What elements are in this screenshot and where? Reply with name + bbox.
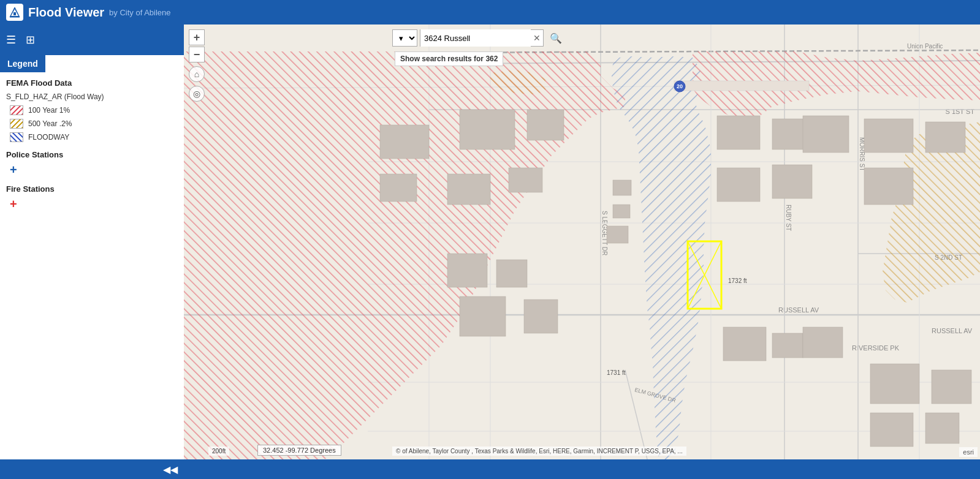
svg-rect-61 <box>932 370 971 404</box>
svg-rect-51 <box>803 116 849 153</box>
fire-section-title: Fire Stations <box>0 178 184 196</box>
svg-rect-49 <box>717 116 760 149</box>
search-dropdown[interactable]: ▾ <box>392 29 417 47</box>
fire-icon: + <box>0 196 184 213</box>
zoom-out-button[interactable]: − <box>189 47 205 62</box>
app-subtitle: by City of Abilene <box>109 8 170 17</box>
svg-rect-42 <box>527 110 564 140</box>
police-icon: + <box>0 162 184 178</box>
legend-item-500year: 500 Year .2% <box>0 117 184 130</box>
svg-text:20: 20 <box>677 83 683 89</box>
svg-rect-67 <box>674 81 809 91</box>
fema-section-title: FEMA Flood Data <box>0 72 184 90</box>
svg-text:1731 ft: 1731 ft <box>607 369 626 376</box>
svg-rect-64 <box>613 180 631 195</box>
svg-rect-57 <box>723 327 766 361</box>
menu-icon[interactable]: ☰ <box>6 33 16 47</box>
svg-rect-2 <box>13 12 16 15</box>
svg-rect-45 <box>447 254 487 287</box>
legend-item-100year: 100 Year 1% <box>0 104 184 117</box>
svg-rect-63 <box>925 413 959 443</box>
svg-rect-53 <box>925 122 965 153</box>
search-bar: ▾ ✕ 🔍 Show search results for 362 <box>392 29 566 47</box>
svg-rect-46 <box>496 260 527 287</box>
svg-rect-54 <box>864 168 913 205</box>
esri-logo: esri <box>959 447 978 457</box>
swatch-floodway <box>10 132 23 142</box>
app-logo <box>6 4 23 21</box>
svg-rect-44 <box>509 168 542 192</box>
svg-rect-55 <box>717 168 760 202</box>
legend-header: Legend <box>0 55 45 72</box>
search-results-hint[interactable]: Show search results for 362 <box>395 51 503 66</box>
zoom-controls: + − ⌂ ◎ <box>189 29 205 102</box>
svg-rect-58 <box>772 333 803 358</box>
svg-rect-60 <box>870 364 919 404</box>
app-title: Flood Viewer <box>28 6 104 20</box>
svg-rect-65 <box>613 205 630 218</box>
search-clear-button[interactable]: ✕ <box>531 33 543 43</box>
collapse-panel-button[interactable]: ◀◀ <box>0 459 184 479</box>
svg-rect-48 <box>524 300 558 333</box>
svg-text:Union Pacific: Union Pacific <box>907 43 943 50</box>
svg-rect-52 <box>864 119 913 153</box>
left-toolbar: ☰ ⊞ <box>0 25 184 55</box>
search-input-wrap: ✕ <box>420 29 544 47</box>
svg-text:RUBY ST: RUBY ST <box>785 205 792 231</box>
search-input[interactable] <box>420 29 531 47</box>
police-section-title: Police Stations <box>0 144 184 162</box>
scale-bar: 200ft <box>208 447 229 456</box>
home-button[interactable]: ⌂ <box>189 66 205 82</box>
svg-rect-59 <box>803 327 843 358</box>
svg-rect-39 <box>380 125 429 159</box>
results-count: 362 <box>485 55 498 63</box>
legend-label-floodway: FLOODWAY <box>28 133 69 141</box>
map-container[interactable]: S 1ST ST S 1ST ST RUSSELL AV RUSSELL AV … <box>184 25 980 459</box>
coordinates-display: 32.452 -99.772 Degrees <box>257 445 341 456</box>
zoom-in-button[interactable]: + <box>189 29 205 45</box>
swatch-100year <box>10 105 23 115</box>
svg-rect-47 <box>460 296 506 336</box>
flood-subtitle: S_FLD_HAZ_AR (Flood Way) <box>0 90 184 104</box>
legend-panel: Legend FEMA Flood Data S_FLD_HAZ_AR (Flo… <box>0 55 184 459</box>
svg-rect-62 <box>870 413 913 447</box>
search-button[interactable]: 🔍 <box>546 32 566 44</box>
swatch-500year <box>10 119 23 129</box>
svg-text:RIVERSIDE PK: RIVERSIDE PK <box>852 344 900 352</box>
svg-rect-56 <box>772 165 812 198</box>
map-attribution: © of Abilene, Taylor County , Texas Park… <box>392 447 686 456</box>
svg-text:S 1ST ST: S 1ST ST <box>946 108 975 115</box>
svg-rect-66 <box>607 226 628 243</box>
svg-rect-41 <box>460 110 515 149</box>
svg-text:1732 ft: 1732 ft <box>728 277 747 284</box>
top-bar: Flood Viewer by City of Abilene <box>0 0 980 25</box>
map-svg: S 1ST ST S 1ST ST RUSSELL AV RUSSELL AV … <box>184 25 980 459</box>
collapse-icon: ◀◀ <box>163 464 178 475</box>
legend-item-floodway: FLOODWAY <box>0 130 184 144</box>
svg-text:RUSSELL AV: RUSSELL AV <box>932 327 973 334</box>
svg-rect-43 <box>447 174 490 205</box>
layers-icon[interactable]: ⊞ <box>26 33 35 47</box>
legend-label-100year: 100 Year 1% <box>28 106 70 115</box>
bottom-bar: ◀◀ <box>0 459 980 479</box>
scale-label: 200ft <box>212 448 226 454</box>
legend-label-500year: 500 Year .2% <box>28 119 72 128</box>
svg-rect-40 <box>380 174 417 202</box>
locate-button[interactable]: ◎ <box>189 86 205 102</box>
